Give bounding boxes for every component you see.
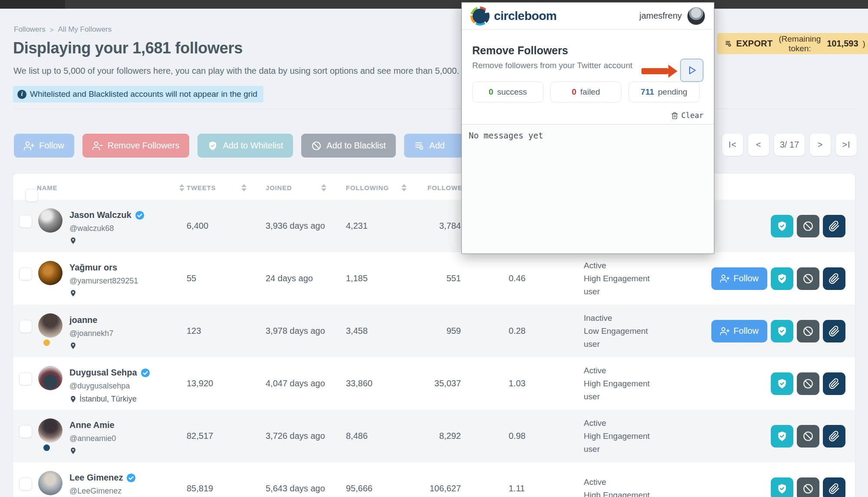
row-checkbox[interactable] xyxy=(19,477,32,490)
ban-icon xyxy=(802,378,814,389)
engagement-status: InactiveLow Engagementuser xyxy=(577,305,681,357)
modal-title: Remove Followers xyxy=(472,44,704,57)
follow-button[interactable]: Follow xyxy=(711,267,767,290)
bulk-follow-button[interactable]: Follow xyxy=(14,134,74,158)
table-row: Lee Gimenez @LeeGimenez 85,819 5,643 day… xyxy=(13,462,855,497)
bulk-add-to-blacklist-button[interactable]: Add to Blacklist xyxy=(301,134,396,158)
pagination-prev-button[interactable]: < xyxy=(748,134,769,156)
browser-tab[interactable] xyxy=(0,0,65,9)
column-header-following[interactable]: FOLLOWING xyxy=(346,184,389,191)
blacklist-button[interactable] xyxy=(797,267,819,290)
whitelist-button[interactable] xyxy=(771,320,793,342)
avatar[interactable] xyxy=(38,366,62,390)
whitelist-button[interactable] xyxy=(771,267,793,290)
list-plus-icon xyxy=(414,141,424,151)
ratio-value: 1.03 xyxy=(503,357,577,410)
profile-link-button[interactable] xyxy=(823,425,845,448)
status-dot xyxy=(43,444,50,451)
shield-check-icon xyxy=(776,326,788,337)
pagination-next-button[interactable]: > xyxy=(810,134,831,156)
user-plus-icon xyxy=(24,141,34,151)
blacklist-button[interactable] xyxy=(797,320,819,342)
export-remaining-label: (Remaining token: xyxy=(777,34,822,53)
profile-link-button[interactable] xyxy=(823,215,845,237)
avatar[interactable] xyxy=(38,261,62,285)
table-row: Jason Walczuk @walczuk68 6,400 3,936 day… xyxy=(13,200,855,252)
pagination: I< < 3/ 17 > >I xyxy=(722,134,857,156)
blacklist-button[interactable] xyxy=(797,372,819,395)
row-checkbox[interactable] xyxy=(19,372,32,385)
sort-arrows[interactable] xyxy=(321,184,326,191)
bulk-whitelist-label: Add to Whitelist xyxy=(223,141,283,151)
profile-link-button[interactable] xyxy=(823,320,845,342)
user-handle[interactable]: @LeeGimenez xyxy=(69,487,136,496)
profile-link-button[interactable] xyxy=(823,372,845,395)
user-handle[interactable]: @duygusalsehpa xyxy=(69,382,150,391)
bulk-remove-label: Remove Followers xyxy=(108,141,180,151)
column-header-tweets[interactable]: TWEETS xyxy=(187,184,216,191)
user-handle[interactable]: @walczuk68 xyxy=(69,224,145,233)
engagement-status: ActiveHigh Engagementuser xyxy=(577,357,681,410)
avatar[interactable] xyxy=(38,208,62,233)
whitelist-button[interactable] xyxy=(771,372,793,395)
tweets-count: 6,400 xyxy=(184,200,247,252)
avatar[interactable] xyxy=(38,418,62,443)
status-dot xyxy=(43,339,50,346)
task-stats: 0 success 0 failed 711 pending xyxy=(472,82,704,102)
sort-arrows[interactable] xyxy=(401,184,407,191)
user-name[interactable]: Duygusal Sehpa xyxy=(69,368,137,378)
column-header-joined[interactable]: JOINED xyxy=(266,184,292,191)
user-name[interactable]: Anne Amie xyxy=(69,420,115,430)
blacklist-button[interactable] xyxy=(797,215,819,237)
bulk-actions: Follow Remove Followers Add to Whitelist… xyxy=(14,134,478,158)
user-handle[interactable]: @yamursert829251 xyxy=(69,276,138,286)
console-message: No messages yet xyxy=(469,131,707,140)
user-handle[interactable]: @anneamie0 xyxy=(69,434,116,443)
avatar[interactable] xyxy=(38,313,62,338)
whitelist-button[interactable] xyxy=(771,215,793,237)
avatar[interactable] xyxy=(38,471,62,495)
row-checkbox[interactable] xyxy=(19,215,32,228)
profile-link-button[interactable] xyxy=(823,477,845,497)
pagination-last-button[interactable]: >I xyxy=(836,134,857,156)
row-checkbox[interactable] xyxy=(19,320,32,333)
clear-button[interactable]: Clear xyxy=(671,111,704,120)
circleboom-brand: circleboom xyxy=(470,7,556,26)
row-checkbox[interactable] xyxy=(19,267,32,280)
column-header-name[interactable]: NAME xyxy=(37,184,57,191)
breadcrumb-followers[interactable]: Followers xyxy=(14,25,46,34)
user-name[interactable]: Jason Walczuk xyxy=(69,210,132,220)
follow-label: Follow xyxy=(733,326,759,336)
blacklist-button[interactable] xyxy=(797,425,819,448)
account-chip[interactable]: jamesfreny xyxy=(639,7,705,25)
location-pin-icon xyxy=(69,237,77,244)
start-task-button[interactable] xyxy=(680,59,704,82)
profile-link-button[interactable] xyxy=(823,267,845,290)
account-avatar xyxy=(687,7,705,25)
bulk-add-to-whitelist-button[interactable]: Add to Whitelist xyxy=(197,134,293,158)
joined-value: 24 days ago xyxy=(247,252,326,305)
bulk-remove-followers-button[interactable]: Remove Followers xyxy=(82,134,190,158)
user-name[interactable]: joanne xyxy=(69,315,97,325)
whitelist-button[interactable] xyxy=(771,477,793,497)
sort-arrows[interactable] xyxy=(179,184,184,191)
user-name[interactable]: Yağmur ors xyxy=(69,263,117,273)
export-button[interactable]: EXPORT (Remaining token: 101,593 ) xyxy=(717,33,868,54)
sort-arrows[interactable] xyxy=(241,184,247,191)
tweets-count: 123 xyxy=(184,305,247,357)
row-checkbox[interactable] xyxy=(19,425,32,438)
user-name[interactable]: Lee Gimenez xyxy=(69,473,123,483)
link-icon xyxy=(829,483,840,494)
pagination-current[interactable]: 3/ 17 xyxy=(774,134,805,156)
user-handle[interactable]: @joannekh7 xyxy=(69,329,113,338)
table-row: Anne Amie @anneamie0 82,517 3,726 days a… xyxy=(13,410,855,462)
followers-count: 35,037 xyxy=(407,357,503,410)
breadcrumb-all-my-followers[interactable]: All My Followers xyxy=(58,25,112,34)
pagination-first-button[interactable]: I< xyxy=(722,134,743,156)
whitelist-button[interactable] xyxy=(771,425,793,448)
browser-top-bar xyxy=(0,0,868,9)
blacklist-button[interactable] xyxy=(797,477,819,497)
follow-button[interactable]: Follow xyxy=(711,320,767,342)
joined-value: 3,726 days ago xyxy=(247,410,326,462)
table-row: Duygusal Sehpa @duygusalsehpa İstanbul, … xyxy=(13,357,855,410)
